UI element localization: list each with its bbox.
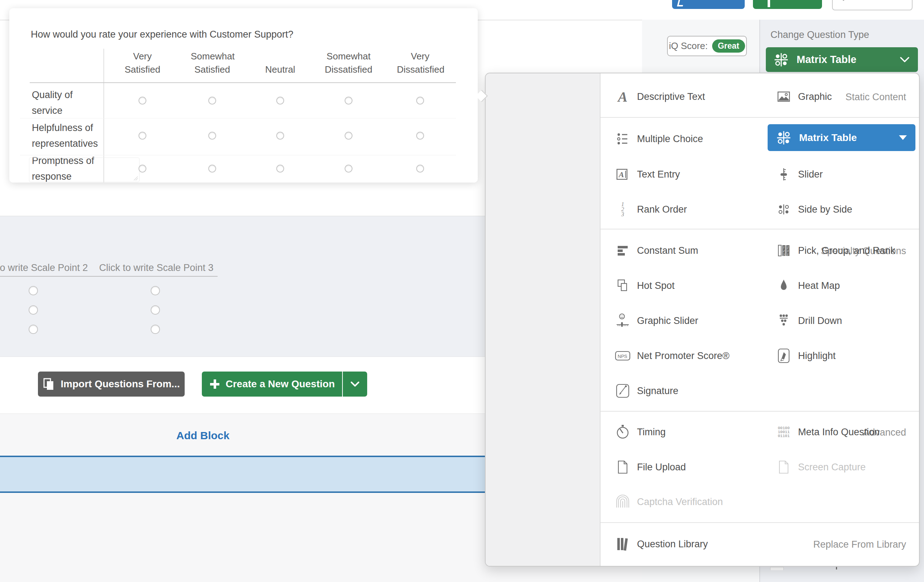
matrix-radio[interactable] [416, 165, 424, 172]
menu-item-timing[interactable]: Timing [615, 423, 666, 441]
add-block-link[interactable]: Add Block [131, 430, 274, 442]
resize-grip-icon[interactable] [132, 175, 138, 181]
svg-text:2: 2 [783, 249, 785, 253]
matrix-radio[interactable] [276, 97, 284, 104]
svg-text:1: 1 [787, 253, 789, 256]
question-text[interactable]: How would you rate your experience with … [31, 29, 424, 40]
menu-category-column [486, 73, 601, 567]
create-question-caret[interactable] [342, 372, 367, 397]
iq-score-badge: Great [712, 40, 745, 53]
sidebar-peek-box [770, 567, 784, 570]
question-type-menu: Static Content Standard Questions Specia… [485, 73, 920, 567]
rank-order-icon: 123 [615, 202, 630, 217]
create-question-label: Create a New Question [226, 378, 335, 390]
menu-item-meta-info[interactable]: 001001001101101 Meta Info Question [776, 423, 879, 441]
scale-point-3-header[interactable]: Click to write Scale Point 3 [99, 262, 214, 273]
menu-item-graphic-slider[interactable]: Graphic Slider [615, 312, 698, 329]
menu-item-highlight[interactable]: Highlight [776, 347, 836, 364]
menu-item-screen-capture: Screen Capture [776, 458, 866, 476]
sidebar-peek-tick [836, 567, 837, 569]
matrix-row-label[interactable]: Helpfulness of representatives [32, 120, 100, 151]
matrix-col-header[interactable]: Very Dissatisfied [397, 50, 444, 76]
question-preview-card: How would you rate your experience with … [9, 8, 478, 182]
create-question-button[interactable]: Create a New Question [202, 372, 342, 397]
svg-text:3: 3 [787, 249, 789, 253]
menu-item-file-upload[interactable]: File Upload [615, 458, 686, 476]
menu-item-rank-order[interactable]: 123 Rank Order [615, 201, 687, 218]
import-questions-label: Import Questions From... [61, 378, 180, 390]
matrix-radio[interactable] [345, 132, 353, 140]
matrix-radio[interactable] [208, 165, 216, 172]
matrix-radio[interactable] [208, 97, 216, 104]
matrix-radio[interactable] [139, 97, 146, 104]
menu-item-side-by-side[interactable]: Side by Side [776, 201, 852, 218]
scale-radio[interactable] [29, 305, 38, 315]
constant-sum-icon [615, 243, 630, 258]
matrix-col-header[interactable]: Somewhat Dissatisfied [323, 50, 374, 76]
menu-item-question-library[interactable]: Question Library [615, 536, 708, 553]
highlight-icon [776, 348, 792, 364]
svg-text:1: 1 [783, 246, 785, 249]
matrix-radio[interactable] [345, 97, 353, 104]
search-icon [842, 0, 858, 2]
graphic-icon [776, 89, 792, 104]
scale-point-2-header[interactable]: to write Scale Point 2 [0, 262, 88, 273]
menu-item-matrix-table-selected[interactable]: Matrix Table [767, 124, 916, 151]
import-questions-button[interactable]: Import Questions From... [38, 372, 185, 397]
plus-icon [210, 379, 220, 389]
menu-section-divider [601, 229, 920, 230]
matrix-row-label[interactable]: Quality of service [32, 87, 100, 119]
toolbar-blue-button[interactable] [672, 0, 745, 9]
scale-radio[interactable] [151, 325, 160, 334]
plus-icon [767, 0, 770, 7]
iq-score-box[interactable]: iQ Score: Great [667, 36, 747, 56]
matrix-radio[interactable] [276, 165, 284, 172]
menu-item-signature[interactable]: Signature [615, 382, 678, 400]
matrix-radio[interactable] [276, 132, 284, 140]
matrix-radio[interactable] [345, 165, 353, 172]
menu-item-hot-spot[interactable]: Hot Spot [615, 277, 675, 294]
toolbar-preview-button[interactable] [832, 0, 912, 10]
menu-item-slider[interactable]: Slider [776, 166, 823, 183]
scale-radio[interactable] [151, 305, 160, 315]
matrix-radio[interactable] [139, 165, 146, 172]
toolbar-green-button[interactable] [753, 0, 822, 9]
scale-radio[interactable] [151, 286, 160, 295]
menu-section-divider [601, 411, 920, 412]
menu-item-nps[interactable]: NPS Net Promoter Score® [615, 347, 729, 364]
multiple-choice-icon [615, 131, 630, 147]
menu-item-graphic[interactable]: Graphic [776, 88, 832, 105]
matrix-col-header[interactable]: Neutral [253, 63, 307, 76]
chevron-down-icon [350, 381, 360, 387]
selected-type-label: Matrix Table [797, 54, 891, 66]
menu-item-captcha: Captcha Verification [615, 493, 723, 511]
menu-section-divider [601, 522, 920, 523]
copy-icon [43, 378, 55, 390]
matrix-table-icon [776, 130, 791, 146]
matrix-radio[interactable] [208, 132, 216, 140]
matrix-header-rule [30, 82, 456, 83]
matrix-radio[interactable] [416, 132, 424, 140]
menu-item-multiple-choice[interactable]: Multiple Choice [615, 130, 703, 147]
matrix-col-header[interactable]: Very Satisfied [116, 50, 169, 76]
menu-item-text-entry[interactable]: A Text Entry [615, 166, 680, 183]
svg-text:A: A [618, 170, 624, 179]
question-type-dropdown[interactable]: Matrix Table [766, 47, 918, 72]
descriptive-text-icon: A [615, 89, 630, 104]
scale-radio[interactable] [29, 325, 38, 334]
pick-group-rank-icon: 123231 [776, 243, 792, 258]
menu-item-drill-down[interactable]: Drill Down [776, 312, 842, 329]
matrix-radio[interactable] [416, 97, 424, 104]
menu-item-pick-group-rank[interactable]: 123231 Pick, Group, and Rank [776, 242, 895, 259]
dropdown-triangle-icon [899, 135, 907, 140]
matrix-radio[interactable] [139, 132, 146, 140]
menu-item-heat-map[interactable]: Heat Map [776, 277, 840, 294]
file-upload-icon [615, 459, 630, 475]
partial-icon [677, 0, 684, 7]
scale-radio[interactable] [29, 286, 38, 295]
scale-header-rule [0, 276, 218, 277]
change-question-type-title: Change Question Type [771, 29, 869, 40]
matrix-col-header[interactable]: Somewhat Satisfied [191, 50, 234, 76]
menu-item-descriptive-text[interactable]: A Descriptive Text [615, 88, 705, 105]
menu-item-constant-sum[interactable]: Constant Sum [615, 242, 698, 259]
